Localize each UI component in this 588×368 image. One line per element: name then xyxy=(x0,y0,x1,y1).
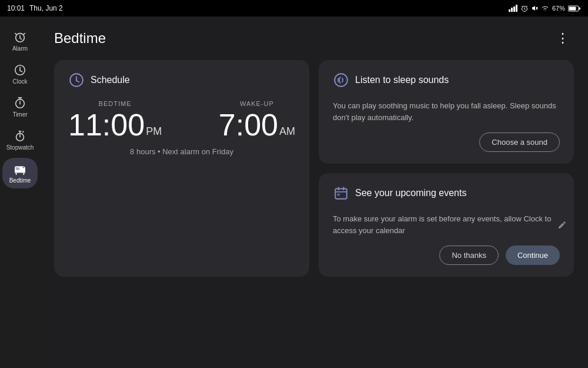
status-time: 10:01 xyxy=(7,4,25,12)
svg-rect-9 xyxy=(579,7,581,9)
schedule-icon xyxy=(68,72,85,88)
sleep-sounds-icon xyxy=(333,72,349,88)
wakeup-period: AM xyxy=(279,126,295,140)
calendar-title: See your upcoming events xyxy=(355,188,466,198)
edit-icon xyxy=(557,220,567,230)
svg-rect-0 xyxy=(509,9,510,12)
sleep-sounds-actions: Choose a sound xyxy=(333,132,560,152)
alarm-icon xyxy=(14,31,26,44)
svg-point-18 xyxy=(335,74,348,87)
status-bar: 10:01 Thu, Jun 2 67% xyxy=(0,0,588,16)
more-options-button[interactable]: ⋮ xyxy=(552,28,574,48)
svg-rect-3 xyxy=(516,5,517,12)
sleep-sounds-description: You can play soothing music to help you … xyxy=(333,100,560,123)
status-date: Thu, Jun 2 xyxy=(29,4,63,12)
clock-icon xyxy=(14,64,26,77)
battery-icon xyxy=(568,5,581,12)
continue-button[interactable]: Continue xyxy=(506,246,560,265)
sidebar-label-clock: Clock xyxy=(12,78,27,85)
sidebar-label-alarm: Alarm xyxy=(12,45,28,52)
svg-rect-16 xyxy=(16,167,19,170)
bedtime-block: BEDTIME 11:00 PM xyxy=(68,100,162,140)
svg-rect-19 xyxy=(335,188,347,198)
battery-level: 67% xyxy=(552,5,565,12)
sidebar-item-stopwatch[interactable]: Stopwatch xyxy=(2,125,38,155)
sidebar-item-alarm[interactable]: Alarm xyxy=(2,26,38,57)
sleep-sounds-title: Listen to sleep sounds xyxy=(355,75,449,85)
schedule-card: Schedule BEDTIME 11:00 PM WAKE-UP 7:00 xyxy=(54,60,309,277)
wakeup-label: WAKE-UP xyxy=(219,100,295,107)
page-title: Bedtime xyxy=(54,30,106,47)
schedule-title: Schedule xyxy=(91,75,130,85)
wakeup-block: WAKE-UP 7:00 AM xyxy=(219,100,295,140)
bedtime-label: BEDTIME xyxy=(68,100,162,107)
status-left: 10:01 Thu, Jun 2 xyxy=(7,4,63,12)
schedule-card-header: Schedule xyxy=(68,72,295,88)
signal-icon xyxy=(509,5,518,12)
sidebar-label-timer: Timer xyxy=(12,111,27,118)
bedtime-hour: 11:00 xyxy=(68,110,145,140)
svg-rect-10 xyxy=(569,6,576,10)
calendar-description: To make sure your alarm is set before an… xyxy=(333,213,560,236)
content-area: Bedtime ⋮ Schedule BEDTI xyxy=(40,16,588,368)
sidebar: Alarm Clock Timer xyxy=(0,16,40,368)
times-container: BEDTIME 11:00 PM WAKE-UP 7:00 AM xyxy=(68,100,295,140)
sidebar-label-bedtime: Bedtime xyxy=(9,177,31,184)
stopwatch-icon xyxy=(14,130,26,142)
status-right: 67% xyxy=(509,5,581,12)
sidebar-item-bedtime[interactable]: Bedtime xyxy=(2,158,38,188)
calendar-header: See your upcoming events xyxy=(333,185,560,201)
alarm-status-icon xyxy=(521,5,528,12)
sidebar-item-timer[interactable]: Timer xyxy=(2,92,38,122)
svg-rect-20 xyxy=(338,194,340,195)
calendar-card: See your upcoming events To make sure yo… xyxy=(319,173,574,277)
sidebar-item-clock[interactable]: Clock xyxy=(2,59,38,89)
content-header: Bedtime ⋮ xyxy=(54,28,574,48)
schedule-info: 8 hours • Next alarm on Friday xyxy=(68,147,295,156)
mute-icon xyxy=(531,5,538,12)
svg-marker-5 xyxy=(532,6,535,11)
svg-rect-2 xyxy=(513,6,515,12)
sleep-sounds-header: Listen to sleep sounds xyxy=(333,72,560,88)
sleep-sounds-card: Listen to sleep sounds You can play soot… xyxy=(319,60,574,164)
bedtime-period: PM xyxy=(146,126,162,140)
calendar-icon xyxy=(333,185,349,201)
wakeup-hour: 7:00 xyxy=(219,110,278,140)
timer-icon xyxy=(14,97,26,110)
choose-sound-button[interactable]: Choose a sound xyxy=(479,132,560,152)
main-layout: Alarm Clock Timer xyxy=(0,16,588,368)
wakeup-value: 7:00 AM xyxy=(219,110,295,140)
calendar-actions: No thanks Continue xyxy=(333,246,560,265)
wifi-icon xyxy=(541,5,549,11)
bedtime-icon xyxy=(14,163,26,175)
no-thanks-button[interactable]: No thanks xyxy=(439,246,499,265)
sidebar-label-stopwatch: Stopwatch xyxy=(6,144,34,151)
cards-grid: Schedule BEDTIME 11:00 PM WAKE-UP 7:00 xyxy=(54,60,574,277)
svg-rect-1 xyxy=(511,8,513,12)
bedtime-value: 11:00 PM xyxy=(68,110,162,140)
